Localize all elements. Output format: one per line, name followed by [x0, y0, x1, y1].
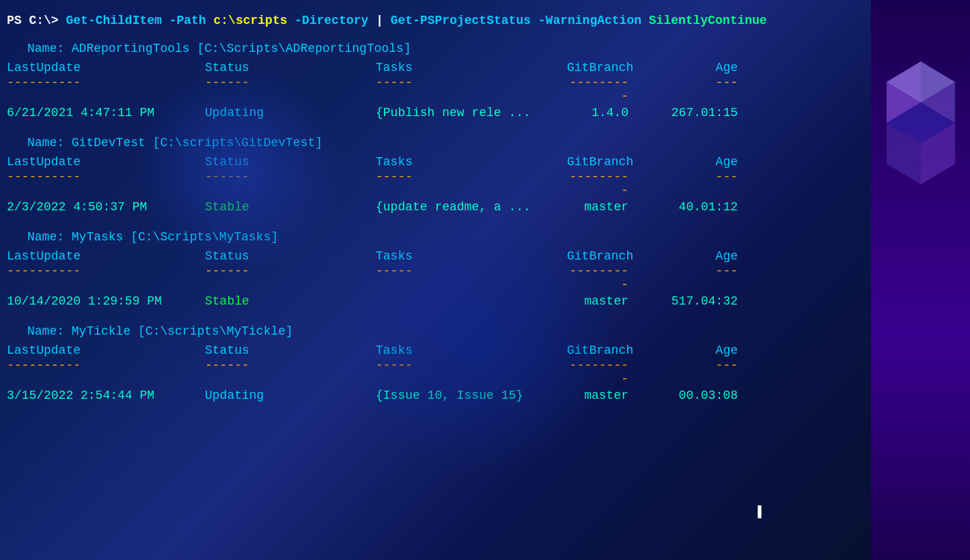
- header-gitbranch: GitBranch: [567, 155, 649, 169]
- divider-age: ---: [649, 359, 738, 386]
- cmdlet1: Get-ChildItem: [66, 14, 161, 27]
- divider-gitbranch: ---------: [567, 76, 649, 103]
- project-block-adreportingtools: Name: ADReportingTools [C:\Scripts\ADRep…: [0, 42, 874, 120]
- header-gitbranch: GitBranch: [567, 344, 649, 357]
- gitbranch-value: master: [567, 200, 649, 214]
- divider-age: ---: [649, 170, 738, 197]
- age-value: 517.04:32: [649, 294, 738, 308]
- table-divider: ---------- ------ ----- --------- ---: [7, 170, 868, 197]
- project-name-adreportingtools: Name: ADReportingTools [C:\Scripts\ADRep…: [7, 42, 868, 55]
- header-age: Age: [649, 249, 738, 263]
- cmdlet2: Get-PSProjectStatus: [391, 14, 531, 27]
- age-value: 40.01:12: [649, 200, 738, 214]
- flag3: -WarningAction: [531, 14, 649, 27]
- divider-lastupdate: ----------: [7, 76, 205, 103]
- header-lastupdate: LastUpdate: [7, 61, 205, 74]
- prompt: PS C:\>: [7, 14, 66, 27]
- divider-tasks: -----: [376, 359, 567, 386]
- header-tasks: Tasks: [376, 155, 567, 169]
- divider-lastupdate: ----------: [7, 170, 205, 197]
- status-value: Updating: [205, 106, 376, 120]
- divider-lastupdate: ----------: [7, 359, 205, 386]
- gitbranch-value: master: [567, 389, 649, 402]
- divider-tasks: -----: [376, 76, 567, 103]
- tasks-value: {Issue 10, Issue 15}: [376, 389, 567, 402]
- tasks-value: {Publish new rele ...: [376, 106, 567, 120]
- header-tasks: Tasks: [376, 61, 567, 74]
- project-name-mytickle: Name: MyTickle [C:\scripts\MyTickle]: [7, 324, 868, 338]
- logo-decoration: [880, 55, 962, 191]
- terminal-window: PS C:\> Get-ChildItem -Path c:\scripts -…: [0, 0, 874, 560]
- header-lastupdate: LastUpdate: [7, 249, 205, 263]
- divider-tasks: -----: [376, 170, 567, 197]
- divider-age: ---: [649, 76, 738, 103]
- table-adreportingtools: LastUpdate Status Tasks GitBranch Age --…: [7, 61, 868, 120]
- table-mytasks: LastUpdate Status Tasks GitBranch Age --…: [7, 249, 868, 308]
- header-age: Age: [649, 61, 738, 74]
- tasks-value: [376, 294, 567, 308]
- lastupdate-value: 10/14/2020 1:29:59 PM: [7, 294, 205, 308]
- header-status: Status: [205, 344, 376, 357]
- lastupdate-value: 3/15/2022 2:54:44 PM: [7, 389, 205, 402]
- header-status: Status: [205, 61, 376, 74]
- table-header: LastUpdate Status Tasks GitBranch Age: [7, 249, 868, 263]
- divider-lastupdate: ----------: [7, 264, 205, 292]
- divider-status: ------: [205, 264, 376, 292]
- status-value: Stable: [205, 200, 376, 214]
- header-status: Status: [205, 249, 376, 263]
- divider-status: ------: [205, 76, 376, 103]
- project-block-mytickle: Name: MyTickle [C:\scripts\MyTickle] Las…: [0, 324, 874, 402]
- param1: c:\scripts: [213, 14, 287, 27]
- header-lastupdate: LastUpdate: [7, 155, 205, 169]
- project-name-gitdevtest: Name: GitDevTest [C:\scripts\GitDevTest]: [7, 136, 868, 150]
- divider-age: ---: [649, 264, 738, 292]
- table-divider: ---------- ------ ----- --------- ---: [7, 76, 868, 103]
- command-line: PS C:\> Get-ChildItem -Path c:\scripts -…: [0, 12, 874, 42]
- gitbranch-value: 1.4.0: [567, 106, 649, 120]
- table-row: 10/14/2020 1:29:59 PM Stable master 517.…: [7, 294, 868, 308]
- header-tasks: Tasks: [376, 249, 567, 263]
- table-header: LastUpdate Status Tasks GitBranch Age: [7, 61, 868, 74]
- table-row: 6/21/2021 4:47:11 PM Updating {Publish n…: [7, 106, 868, 120]
- lastupdate-value: 2/3/2022 4:50:37 PM: [7, 200, 205, 214]
- table-mytickle: LastUpdate Status Tasks GitBranch Age --…: [7, 344, 868, 402]
- header-tasks: Tasks: [376, 344, 567, 357]
- divider-status: ------: [205, 359, 376, 386]
- pipe: |: [376, 14, 391, 27]
- header-age: Age: [649, 155, 738, 169]
- table-header: LastUpdate Status Tasks GitBranch Age: [7, 344, 868, 357]
- tasks-value: {update readme, a ...: [376, 200, 567, 214]
- status-value: Updating: [205, 389, 376, 402]
- status-value: Stable: [205, 294, 376, 308]
- header-gitbranch: GitBranch: [567, 249, 649, 263]
- divider-gitbranch: ---------: [567, 170, 649, 197]
- right-panel: [871, 0, 970, 560]
- gitbranch-value: master: [567, 294, 649, 308]
- divider-status: ------: [205, 170, 376, 197]
- header-age: Age: [649, 344, 738, 357]
- header-status: Status: [205, 155, 376, 169]
- lastupdate-value: 6/21/2021 4:47:11 PM: [7, 106, 205, 120]
- table-header: LastUpdate Status Tasks GitBranch Age: [7, 155, 868, 169]
- param2: SilentlyContinue: [649, 14, 767, 27]
- table-row: 3/15/2022 2:54:44 PM Updating {Issue 10,…: [7, 389, 868, 402]
- header-lastupdate: LastUpdate: [7, 344, 205, 357]
- divider-gitbranch: ---------: [567, 359, 649, 386]
- table-gitdevtest: LastUpdate Status Tasks GitBranch Age --…: [7, 155, 868, 214]
- project-block-mytasks: Name: MyTasks [C:\Scripts\MyTasks] LastU…: [0, 230, 874, 308]
- divider-tasks: -----: [376, 264, 567, 292]
- age-value: 267.01:15: [649, 106, 738, 120]
- table-divider: ---------- ------ ----- --------- ---: [7, 264, 868, 292]
- flag1: -Path: [162, 14, 214, 27]
- project-block-gitdevtest: Name: GitDevTest [C:\scripts\GitDevTest]…: [0, 136, 874, 214]
- flag2: -Directory: [288, 14, 376, 27]
- header-gitbranch: GitBranch: [567, 61, 649, 74]
- table-divider: ---------- ------ ----- --------- ---: [7, 359, 868, 386]
- project-name-mytasks: Name: MyTasks [C:\Scripts\MyTasks]: [7, 230, 868, 244]
- cursor: ▌: [758, 505, 765, 519]
- table-row: 2/3/2022 4:50:37 PM Stable {update readm…: [7, 200, 868, 214]
- divider-gitbranch: ---------: [567, 264, 649, 292]
- age-value: 00.03:08: [649, 389, 738, 402]
